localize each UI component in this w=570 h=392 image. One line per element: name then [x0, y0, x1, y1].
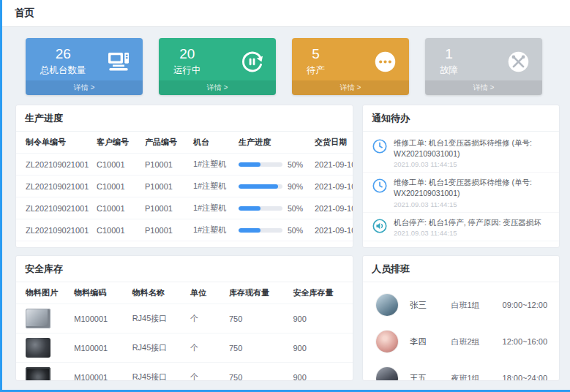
- notification-item[interactable]: 计划督促: 机台1生产计划已督促 2021.09.03 11:44:15: [363, 241, 559, 247]
- stat-label: 待产: [307, 64, 325, 77]
- notification-item[interactable]: 机台停产: 机台1停产, 停产原因: 变压器损坏 2021.09.03 11:4…: [363, 212, 559, 241]
- stat-card-waiting: 5 待产 详情 >: [292, 38, 409, 95]
- staff-time: 09:00~12:00: [503, 301, 547, 309]
- column-header: 安全库存量: [288, 282, 353, 304]
- table-row: M100001 RJ45接口 个 750 900: [16, 363, 353, 381]
- table-row: ZL202109021001 C10001 P10001 1#注塑机 50% 2…: [16, 219, 353, 241]
- notification-text: 计划督促: 机台1生产计划已督促: [394, 246, 502, 247]
- production-panel: 生产进度 制令单编号 客户编号 产品编号 机台 生产进度 交货日期: [15, 105, 353, 248]
- panel-title: 安全库存: [16, 256, 353, 282]
- table-row: ZL202109021001 C10001 P10001 1#注塑机 50% 2…: [16, 154, 353, 176]
- running-icon: [239, 49, 264, 74]
- column-header: 物料编码: [70, 282, 127, 304]
- progress-bar: 50%: [239, 160, 306, 169]
- ellipsis-icon: [372, 49, 397, 74]
- table-row: ZL202109021001 C10001 P10001 1#注塑机 50% 2…: [16, 197, 353, 219]
- schedule-row: 李四 白班2组 12:00~16:00: [363, 323, 559, 360]
- progress-bar: 90%: [239, 182, 306, 191]
- staff-name: 李四: [410, 336, 451, 347]
- progress-bar: 50%: [239, 204, 306, 213]
- clock-icon: [372, 178, 388, 194]
- material-image: [26, 367, 50, 380]
- staff-time: 12:00~16:00: [503, 337, 547, 346]
- stat-cards: 26 总机台数量: [15, 37, 560, 95]
- panel-title: 生产进度: [16, 105, 353, 132]
- table-row: M100001 RJ45接口 个 750 900: [16, 304, 353, 333]
- notification-text: 机台停产: 机台1停产, 停产原因: 变压器损坏: [394, 217, 541, 228]
- staff-name: 张三: [410, 300, 451, 311]
- production-table: 制令单编号 客户编号 产品编号 机台 生产进度 交货日期 ZL202109021…: [16, 132, 353, 247]
- topbar: 首页: [2, 0, 570, 27]
- staff-shift: 夜班1组: [451, 373, 502, 381]
- staff-shift: 白班1组: [451, 300, 502, 311]
- stat-card-total-machines: 26 总机台数量: [26, 38, 143, 95]
- tab-home[interactable]: 首页: [15, 7, 34, 20]
- detail-link[interactable]: 详情 >: [292, 80, 409, 95]
- clock-icon: [372, 138, 388, 154]
- column-header: 单位: [186, 282, 225, 304]
- column-header: 产品编号: [140, 132, 189, 154]
- detail-link[interactable]: 详情 >: [159, 80, 276, 95]
- column-header: 机台: [189, 132, 234, 154]
- panel-title: 通知待办: [363, 105, 559, 132]
- stat-value: 20: [173, 46, 201, 62]
- column-header: 库存现有量: [225, 282, 289, 304]
- column-header: 制令单编号: [16, 132, 92, 154]
- column-header: 客户编号: [92, 132, 140, 154]
- stat-value: 5: [307, 46, 325, 62]
- notifications-panel: 通知待办 维修工单: 机台1变压器损坏待维修 (单号: WX2021090310…: [362, 105, 560, 248]
- stat-card-running: 20 运行中 详情 >: [159, 38, 276, 95]
- inventory-panel: 安全库存 物料图片 物料编码 物料名称 单位 库存现有量 安全库存量: [15, 255, 353, 381]
- table-row: ZL202109021001 C10001 P10001 1#注塑机 90% 2…: [16, 176, 353, 197]
- dashboard-page: 首页 26 总机台数量: [0, 0, 570, 392]
- notification-time: 2021.09.03 11:44:15: [394, 229, 541, 237]
- schedule-panel: 人员排班 张三 白班1组 09:00~12:00 李四 白班2组 12:00~1…: [362, 255, 560, 381]
- notification-text: 维修工单: 机台1变压器损坏待维修 (单号: WX202109031001): [394, 177, 552, 198]
- avatar: [376, 294, 398, 316]
- stat-value: 26: [40, 46, 86, 62]
- column-header: 物料图片: [16, 282, 70, 304]
- stat-label: 总机台数量: [40, 64, 86, 77]
- speaker-icon: [372, 246, 388, 247]
- column-header: 交货日期: [310, 132, 353, 154]
- notification-item[interactable]: 维修工单: 机台1变压器损坏待维修 (单号: WX202109031001) 2…: [363, 172, 559, 211]
- avatar: [376, 367, 398, 380]
- staff-time: 18:00~24:00: [503, 374, 547, 380]
- staff-shift: 白班2组: [451, 336, 502, 347]
- stat-label: 故障: [440, 64, 458, 77]
- column-header: 生产进度: [234, 132, 310, 154]
- detail-link[interactable]: 详情 >: [425, 80, 542, 95]
- stat-label: 运行中: [173, 64, 201, 77]
- material-image: [26, 309, 50, 328]
- staff-name: 王五: [410, 373, 451, 381]
- inventory-table: 物料图片 物料编码 物料名称 单位 库存现有量 安全库存量 M: [16, 282, 353, 380]
- notification-item[interactable]: 维修工单: 机台1变压器损坏待维修 (单号: WX202109031001) 2…: [363, 133, 559, 172]
- main-content: 26 总机台数量: [2, 27, 570, 390]
- table-row: M100001 RJ45接口 个 750 900: [16, 333, 353, 363]
- avatar: [376, 331, 398, 353]
- column-header: 物料名称: [128, 282, 186, 304]
- material-image: [26, 338, 50, 358]
- machine-icon: [106, 49, 131, 74]
- schedule-row: 王五 夜班1组 18:00~24:00: [363, 360, 559, 380]
- progress-bar: 50%: [239, 226, 306, 235]
- table-row: ZL202109021001 C10001 P10001 1#注塑机 50% 2…: [16, 241, 353, 248]
- notification-time: 2021.09.03 11:44:15: [394, 160, 552, 168]
- panel-title: 人员排班: [363, 256, 559, 282]
- panel-grid: 生产进度 制令单编号 客户编号 产品编号 机台 生产进度 交货日期: [15, 105, 560, 381]
- schedule-row: 张三 白班1组 09:00~12:00: [363, 287, 559, 323]
- tools-icon: [506, 49, 530, 74]
- speaker-icon: [372, 218, 388, 234]
- stat-value: 1: [440, 46, 458, 62]
- notification-text: 维修工单: 机台1变压器损坏待维修 (单号: WX202109031001): [394, 137, 552, 159]
- notification-time: 2021.09.03 11:44:15: [394, 200, 552, 208]
- detail-link[interactable]: 详情 >: [26, 80, 143, 95]
- stat-card-fault: 1 故障 详情 >: [425, 38, 542, 95]
